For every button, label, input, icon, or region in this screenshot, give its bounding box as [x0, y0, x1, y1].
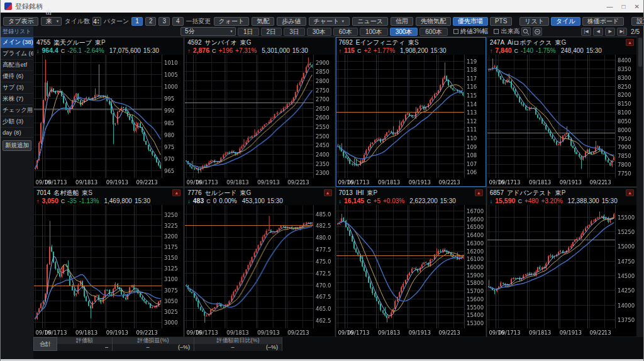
close-button[interactable]: ✕ [635, 3, 640, 10]
stock-name: 楽天グループ [53, 38, 92, 47]
tile-view-button[interactable]: タイル [551, 17, 580, 26]
alert-icon[interactable]: ▲ [172, 189, 180, 196]
app-logo-icon [4, 3, 12, 10]
sidebar-list: メイン (38) プライム (6) 高配当etf 優待 (6) サブ (3) 米… [1, 37, 33, 138]
sidebar-watchlist-item[interactable]: サブ (3) [1, 82, 33, 94]
volume-checkbox[interactable]: 出来高 [494, 27, 519, 36]
mode-margin-button[interactable]: 信用 [391, 17, 413, 26]
pattern-label: パターン [104, 17, 130, 26]
chart-panel[interactable]: 7014 名村造船 東S ▲ ↑ 3,050 C -35 -1.13% 1,46… [33, 187, 184, 337]
candlestick-chart[interactable] [34, 205, 183, 336]
price-change-pct: +1.77% [374, 47, 395, 54]
list-view-button[interactable]: リスト [519, 17, 549, 26]
pts-button[interactable]: PTS [490, 17, 512, 26]
primary-market-button[interactable]: 優先市場 [453, 17, 488, 26]
totals-value-pct: (–%) [153, 344, 194, 351]
zoom-out-icon[interactable] [533, 27, 542, 36]
sidebar-watchlist-item[interactable]: 米株 (7) [1, 94, 33, 105]
price-change: +196 [219, 47, 233, 54]
chart-header: 4592 サンバイオ 東G ▲ ↑ 2,876 C +196 +7.31% 5,… [185, 38, 334, 55]
alert-icon[interactable]: ▲ [626, 189, 634, 196]
chart-panel[interactable]: 7692 Eインフィニティ 東S ▲ ↑ 115 C +2 +1.77% 1,9… [336, 37, 486, 187]
candlestick-chart[interactable] [487, 205, 636, 336]
sidebar-watchlist-item[interactable]: day (8) [1, 128, 33, 138]
tick-arrow: ↑ [36, 198, 40, 204]
market-tag: 東P [555, 189, 566, 197]
range-30-button[interactable]: 30本 [307, 28, 331, 36]
candlestick-chart[interactable] [34, 55, 183, 186]
prev-page-button[interactable]: ◀ [593, 28, 603, 36]
close-flag: C [514, 48, 519, 54]
mode-board-button[interactable]: 気配 [252, 17, 274, 26]
interval-dropdown[interactable]: 5分 ▼ [180, 27, 236, 36]
pattern-1-button[interactable]: 1 [131, 17, 143, 26]
price-change: -140 [521, 47, 533, 54]
vertical-scrollbar[interactable] [637, 36, 643, 337]
scrollbar-thumb[interactable] [638, 38, 642, 67]
candlestick-chart[interactable] [336, 205, 486, 336]
stock-name: IHI [356, 189, 364, 196]
price-change: +2 [364, 47, 370, 54]
next-page-button[interactable]: ▶ [605, 28, 615, 36]
last-page-button[interactable]: ▶| [617, 28, 627, 36]
market-tag: 東G [240, 38, 252, 47]
pattern-3-button[interactable]: 3 [158, 17, 170, 26]
pattern-4-button[interactable]: 4 [172, 17, 184, 26]
candlestick-chart[interactable] [336, 55, 486, 186]
sidebar-watchlist-item[interactable]: プライム (6) [1, 48, 33, 60]
chart-panel[interactable]: 4592 サンバイオ 東G ▲ ↑ 2,876 C +196 +7.31% 5,… [184, 37, 335, 187]
range-60-button[interactable]: 60本 [333, 28, 358, 36]
chart-panel[interactable]: 247A Aiロボティクス 東G ▲ ↑ 7,840 C -140 -1.75%… [487, 37, 637, 187]
market-tag: 東S [82, 189, 92, 197]
range-2d-button[interactable]: 2日 [261, 28, 282, 36]
chart-panel[interactable]: 7013 IHI 東P ▲ ↓ 16,145 C +5 +0.03% 2,623… [336, 187, 486, 337]
chevron-down-icon: ▼ [52, 19, 59, 23]
mode-chart-button[interactable]: チャート ▼ [309, 17, 350, 26]
tab-display-button[interactable]: タブ表示 [3, 17, 38, 26]
alert-icon[interactable]: ▲ [324, 189, 332, 196]
range-3d-button[interactable]: 3日 [284, 28, 305, 36]
mode-ticks-button[interactable]: 歩み値 [277, 17, 306, 26]
zoom-in-icon[interactable] [521, 27, 531, 36]
maximize-button[interactable]: □ [622, 3, 626, 10]
quote-time: 15:30 [586, 47, 602, 54]
close-flag: C [212, 48, 216, 54]
sidebar-watchlist-item[interactable]: メイン (38) [1, 37, 33, 48]
tile-count-stepper[interactable]: 4 ▲▼ [92, 17, 101, 26]
view-dropdown[interactable]: 出来高 ▼ [41, 17, 62, 26]
close-range-checkbox[interactable]: 終値3%幅 [453, 27, 488, 36]
step-down-icon[interactable]: ▼ [97, 21, 100, 25]
first-page-button[interactable]: |◀ [581, 28, 591, 36]
sidebar-watchlist-item[interactable]: 優待 (6) [1, 71, 33, 82]
sidebar-watchlist-item[interactable]: 少額 (3) [1, 116, 33, 128]
market-tag: 東G [555, 38, 566, 47]
pattern-2-button[interactable]: 2 [145, 17, 157, 26]
window-title: 登録銘柄 [15, 2, 43, 11]
stock-code: 7692 [339, 39, 353, 46]
chart-header: 7013 IHI 東P ▲ ↓ 16,145 C +5 +0.03% 2,623… [336, 188, 486, 205]
chart-panel[interactable]: 6857 アドバンテスト 東P ▲ ↓ 15,590 C +480 +3.20%… [487, 187, 637, 337]
last-price: 964.4 [42, 47, 58, 54]
range-600-button[interactable]: 600本 [419, 28, 448, 36]
mode-news-button[interactable]: ニュース [352, 17, 388, 26]
sidebar-watchlist-item[interactable]: 高配当etf [1, 60, 33, 71]
settings-button[interactable]: 設定 [631, 17, 644, 26]
price-change-pct: 0.00% [219, 197, 236, 204]
candlestick-chart[interactable] [487, 55, 636, 186]
range-300-button[interactable]: 300本 [390, 28, 418, 36]
alert-icon[interactable]: ▲ [475, 189, 483, 196]
alert-icon[interactable]: ▲ [626, 39, 634, 46]
minimize-button[interactable]: — [607, 3, 613, 10]
chart-panel[interactable]: 7776 セルシード 東G ▲ ↓ 483 C 0 0.00% 453,100 … [184, 187, 335, 337]
range-1d-button[interactable]: 1日 [238, 28, 259, 36]
stock-code: 7776 [187, 189, 201, 196]
chart-panel[interactable]: 4755 楽天グループ 東P ▲ ↓ 964.4 C -26.1 -2.64% … [33, 37, 184, 187]
range-100-button[interactable]: 100本 [360, 28, 388, 36]
add-list-button[interactable]: 新規追加 [3, 140, 31, 151]
price-board-button[interactable]: 株価ボード [582, 17, 624, 26]
sidebar-watchlist-item[interactable]: チェック用 ( [1, 105, 33, 116]
candlestick-chart[interactable] [185, 55, 334, 186]
futures-quote-button[interactable]: 先物気配 [416, 17, 451, 26]
mode-quote-button[interactable]: クォート [214, 17, 250, 26]
candlestick-chart[interactable] [185, 205, 334, 336]
